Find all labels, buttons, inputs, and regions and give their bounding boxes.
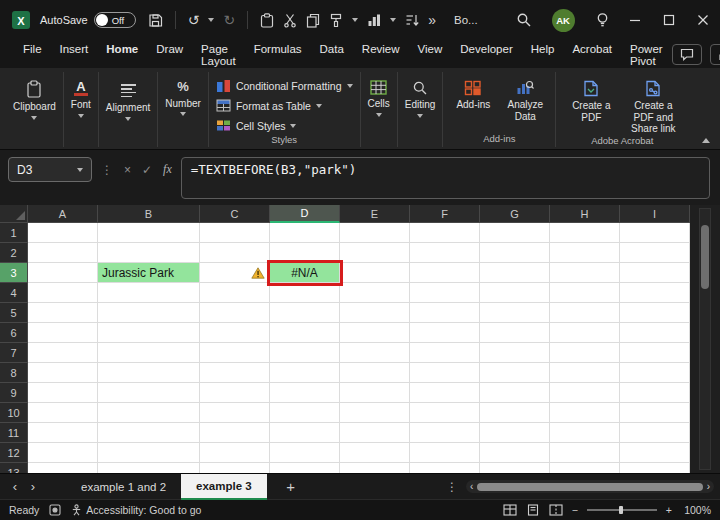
cell-G12[interactable] — [480, 443, 550, 463]
row-header-10[interactable]: 10 — [0, 403, 28, 423]
hscroll-left-icon[interactable]: ‹ — [470, 482, 473, 492]
cell-I2[interactable] — [620, 243, 690, 263]
chart-icon[interactable] — [367, 13, 381, 27]
menu-review[interactable]: Review — [353, 38, 409, 70]
cell-H7[interactable] — [550, 343, 620, 363]
cell-I10[interactable] — [620, 403, 690, 423]
column-header-H[interactable]: H — [550, 205, 620, 223]
row-header-11[interactable]: 11 — [0, 423, 28, 443]
sheet-nav-right-icon[interactable]: › — [24, 479, 42, 494]
row-header-1[interactable]: 1 — [0, 223, 28, 243]
menu-draw[interactable]: Draw — [147, 38, 192, 70]
cell-H13[interactable] — [550, 463, 620, 473]
row-header-12[interactable]: 12 — [0, 443, 28, 463]
save-icon[interactable] — [148, 13, 163, 28]
menu-file[interactable]: File — [14, 38, 51, 70]
cell-D4[interactable] — [270, 283, 340, 303]
row-header-5[interactable]: 5 — [0, 303, 28, 323]
cell-F10[interactable] — [410, 403, 480, 423]
formula-bar-handle-icon[interactable]: ⋮ — [101, 163, 113, 177]
column-header-G[interactable]: G — [480, 205, 550, 223]
autosave-control[interactable]: AutoSave Off — [40, 12, 136, 28]
cell-E12[interactable] — [340, 443, 410, 463]
cell-G11[interactable] — [480, 423, 550, 443]
select-all-corner[interactable] — [0, 205, 28, 223]
new-sheet-button[interactable]: + — [281, 478, 301, 495]
copy-icon[interactable] — [306, 13, 320, 28]
zoom-in-icon[interactable]: + — [666, 504, 672, 516]
zoom-out-icon[interactable]: − — [572, 504, 578, 516]
row-header-4[interactable]: 4 — [0, 283, 28, 303]
cell-A3[interactable] — [28, 263, 98, 283]
cell-B2[interactable] — [98, 243, 200, 263]
cell-H5[interactable] — [550, 303, 620, 323]
cell-E4[interactable] — [340, 283, 410, 303]
cell-D9[interactable] — [270, 383, 340, 403]
cell-F3[interactable] — [410, 263, 480, 283]
cell-A1[interactable] — [28, 223, 98, 243]
cell-A10[interactable] — [28, 403, 98, 423]
cell-F13[interactable] — [410, 463, 480, 473]
cell-B7[interactable] — [98, 343, 200, 363]
cell-E8[interactable] — [340, 363, 410, 383]
cell-G6[interactable] — [480, 323, 550, 343]
cell-C2[interactable] — [200, 243, 270, 263]
cell-B11[interactable] — [98, 423, 200, 443]
sheet-tab-example-3[interactable]: example 3 — [181, 474, 267, 500]
column-header-E[interactable]: E — [340, 205, 410, 223]
create-pdf-button[interactable]: Create a PDF — [563, 75, 619, 123]
cell-F11[interactable] — [410, 423, 480, 443]
macro-record-icon[interactable] — [49, 504, 61, 516]
cell-I5[interactable] — [620, 303, 690, 323]
cell-I7[interactable] — [620, 343, 690, 363]
cell-B4[interactable] — [98, 283, 200, 303]
cell-A4[interactable] — [28, 283, 98, 303]
column-header-B[interactable]: B — [98, 205, 200, 223]
menu-view[interactable]: View — [409, 38, 452, 70]
row-header-7[interactable]: 7 — [0, 343, 28, 363]
zoom-slider[interactable] — [587, 509, 657, 511]
cell-C5[interactable] — [200, 303, 270, 323]
cell-G9[interactable] — [480, 383, 550, 403]
cell-E5[interactable] — [340, 303, 410, 323]
cell-E1[interactable] — [340, 223, 410, 243]
cell-D8[interactable] — [270, 363, 340, 383]
cancel-icon[interactable]: × — [124, 163, 131, 177]
zoom-level[interactable]: 100% — [681, 504, 711, 516]
undo-icon[interactable]: ↺ — [188, 13, 200, 27]
menu-data[interactable]: Data — [311, 38, 353, 70]
cell-C7[interactable] — [200, 343, 270, 363]
cell-H2[interactable] — [550, 243, 620, 263]
cell-G10[interactable] — [480, 403, 550, 423]
cell-C6[interactable] — [200, 323, 270, 343]
cell-B5[interactable] — [98, 303, 200, 323]
hscroll-right-icon[interactable]: › — [707, 482, 710, 492]
tabbar-menu-icon[interactable]: ⋮ — [446, 480, 458, 494]
cell-I4[interactable] — [620, 283, 690, 303]
number-button[interactable]: % Number — [165, 75, 201, 116]
cell-E11[interactable] — [340, 423, 410, 443]
menu-developer[interactable]: Developer — [451, 38, 521, 70]
qat-overflow-icon[interactable]: » — [428, 13, 436, 27]
cell-F12[interactable] — [410, 443, 480, 463]
cell-E7[interactable] — [340, 343, 410, 363]
menu-page-layout[interactable]: Page Layout — [192, 38, 245, 70]
column-header-A[interactable]: A — [28, 205, 98, 223]
minimize-button[interactable] — [618, 0, 652, 40]
cell-E3[interactable] — [340, 263, 410, 283]
format-as-table-button[interactable]: Format as Table — [216, 97, 353, 114]
cell-F2[interactable] — [410, 243, 480, 263]
accessibility-status[interactable]: Accessibility: Good to go — [71, 504, 201, 516]
zoom-slider-thumb[interactable] — [619, 506, 623, 514]
cell-C13[interactable] — [200, 463, 270, 473]
cell-H6[interactable] — [550, 323, 620, 343]
view-normal-icon[interactable] — [503, 504, 517, 516]
maximize-button[interactable] — [652, 0, 686, 40]
cell-H1[interactable] — [550, 223, 620, 243]
menu-power-pivot[interactable]: Power Pivot — [621, 38, 672, 70]
cell-B12[interactable] — [98, 443, 200, 463]
row-header-9[interactable]: 9 — [0, 383, 28, 403]
cell-B1[interactable] — [98, 223, 200, 243]
sheet-nav-left-icon[interactable]: ‹ — [6, 479, 24, 494]
cell-B3[interactable]: Jurassic Park — [98, 263, 200, 283]
